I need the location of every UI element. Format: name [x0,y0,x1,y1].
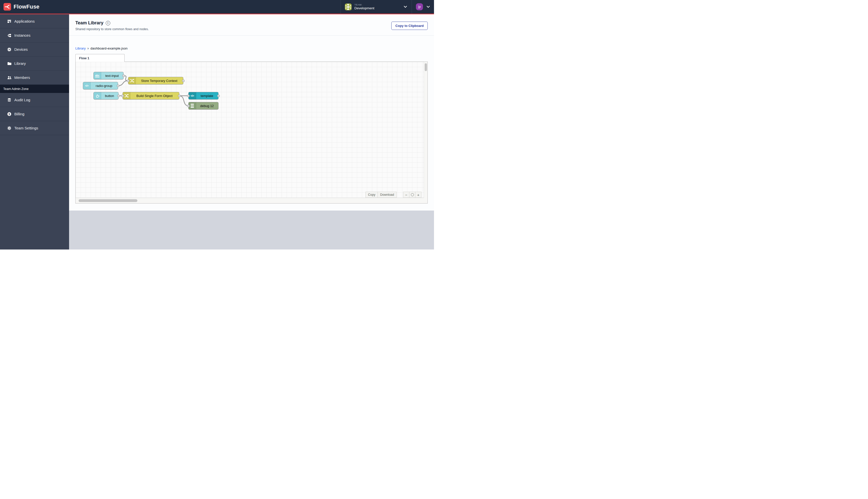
flow-wire [118,81,128,86]
sidebar: Applications Instances Devices [0,14,69,250]
user-chevron-down-icon [426,4,430,9]
team-avatar [345,3,352,10]
applications-icon [7,19,12,24]
input-port [127,80,129,82]
user-menu[interactable]: jp [412,0,434,14]
flow-node-label: Build Single Form Object [131,92,178,99]
zoom-out-button[interactable]: − [403,192,409,198]
flow-node-template[interactable]: </>template [188,92,219,99]
page-subtitle: Shared repository to store common flows … [75,27,149,31]
flow-node-build-obj[interactable]: Build Single Form Object [123,92,179,99]
zoom-in-button[interactable]: + [415,192,421,198]
user-avatar: jp [416,3,423,10]
sidebar-item-instances[interactable]: Instances [0,28,69,42]
hand-node-icon [94,92,101,99]
team-switcher[interactable]: TEAM: Development [340,0,412,14]
output-port [117,95,120,97]
abc-node-icon: abc [94,72,101,79]
flowfuse-logo-icon [3,3,11,11]
top-header: FlowFuse [0,0,434,14]
breadcrumb-library-link[interactable]: Library [75,47,86,50]
sidebar-item-members[interactable]: Members [0,71,69,85]
breadcrumb-current: dashboard-example.json [90,47,127,50]
output-port [182,80,185,82]
sidebar-item-label: Devices [14,47,28,51]
shuffle-node-icon [123,92,131,99]
flowfuse-logo[interactable]: FlowFuse [0,3,39,11]
shuffle-node-icon [128,77,136,84]
flow-node-debug-12[interactable]: debug 12 [188,102,219,110]
team-label: TEAM: [355,3,374,6]
vertical-scrollbar-track [424,62,427,203]
sidebar-item-label: Members [14,75,30,80]
output-port [117,85,119,87]
input-port [187,95,190,97]
output-port [178,95,181,97]
sidebar-item-devices[interactable]: Devices [0,42,69,57]
flow-grid: abctext-input</>radio-groupStore Tempora… [76,62,424,198]
flow-wire [179,96,188,106]
members-icon [7,75,12,80]
billing-icon: $ [7,112,12,116]
input-port [187,105,190,107]
sidebar-item-label: Applications [14,19,35,23]
flow-node-store-ctx[interactable]: Store Temporary Context [128,77,183,84]
zoom-reset-button[interactable] [409,192,416,198]
sidebar-item-audit-log[interactable]: Audit Log [0,93,69,107]
instances-icon [7,33,12,38]
input-port [121,95,124,97]
devices-icon [7,47,12,52]
folder-icon [7,61,12,66]
audit-log-icon [7,98,12,102]
team-name: Development [355,6,374,10]
flow-node-text-input[interactable]: abctext-input [94,72,124,80]
page-title: Team Library [75,20,103,26]
copy-to-clipboard-button[interactable]: Copy to Clipboard [391,22,428,30]
info-icon[interactable]: i [106,21,110,25]
canvas-copy-button[interactable]: Copy [365,192,378,198]
svg-text:$: $ [9,112,10,115]
list-node-icon [189,102,196,109]
horizontal-scrollbar-thumb[interactable] [78,199,137,202]
code-node-icon: </> [83,82,91,89]
flow-node-radio-group[interactable]: </>radio-group [83,82,118,89]
sidebar-item-label: Library [14,61,26,65]
breadcrumb: Library › dashboard-example.json [75,46,127,50]
sidebar-item-label: Billing [14,112,24,116]
flow-node-label: button [101,92,118,99]
sidebar-item-team-settings[interactable]: Team Settings [0,121,69,135]
flow-node-label: debug 12 [196,102,218,109]
zoom-reset-icon [411,193,414,196]
sidebar-item-library[interactable]: Library [0,57,69,71]
app-root: FlowFuse [0,0,434,250]
breadcrumb-chevron-icon: › [87,46,89,50]
flow-node-button[interactable]: button [94,92,119,99]
footer-area [69,210,434,250]
team-chevron-down-icon [404,4,407,9]
flow-node-label: template [196,92,218,99]
flow-canvas[interactable]: abctext-input</>radio-groupStore Tempora… [75,62,428,204]
vertical-scrollbar-thumb[interactable] [425,63,427,71]
main-content: Team Library i Shared repository to stor… [69,14,434,250]
sidebar-item-applications[interactable]: Applications [0,14,69,28]
gear-icon [7,126,12,130]
logo-text: FlowFuse [14,3,39,10]
flow-node-label: text-input [101,72,123,79]
sidebar-item-label: Team Settings [14,126,38,130]
flow-node-label: Store Temporary Context [136,77,183,84]
code-node-icon: </> [189,92,196,99]
sidebar-item-label: Instances [14,33,30,37]
output-port [217,95,220,97]
flow-node-label: radio-group [91,82,117,89]
flow-wires [76,62,424,198]
canvas-download-button[interactable]: Download [377,192,397,198]
sidebar-item-billing[interactable]: $ Billing [0,107,69,121]
header-divider [69,35,434,36]
sidebar-item-label: Audit Log [14,98,30,102]
output-port [122,75,125,77]
flow-tab[interactable]: Flow 1 [75,54,125,62]
team-admin-zone-label: Team Admin Zone [0,85,69,93]
